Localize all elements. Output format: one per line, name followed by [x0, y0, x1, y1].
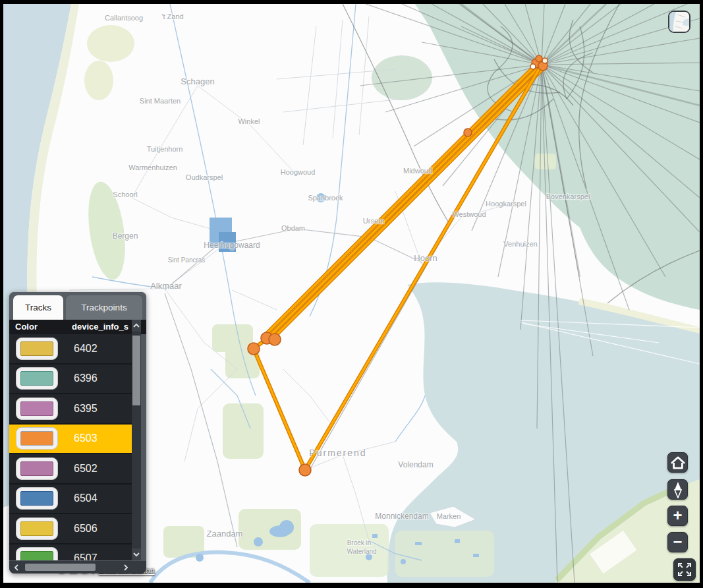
base-layer-thumbnail — [669, 12, 689, 32]
column-header-color: Color — [15, 322, 38, 332]
zoom-out-button[interactable]: − — [667, 532, 688, 552]
compass-needle-icon — [671, 481, 685, 498]
fullscreen-icon — [677, 562, 692, 577]
color-cell — [9, 514, 67, 543]
track-row[interactable]: 6402 — [9, 334, 132, 363]
scroll-left-button[interactable] — [11, 561, 22, 573]
home-button[interactable] — [667, 452, 688, 473]
trackpoint-marker[interactable] — [269, 334, 281, 345]
color-swatch[interactable] — [16, 427, 58, 450]
track-row[interactable]: 6507 — [9, 544, 132, 561]
compass-button[interactable] — [667, 479, 688, 500]
swatch-fill — [20, 461, 53, 476]
swatch-fill — [20, 431, 53, 446]
vertical-scrollbar[interactable] — [132, 320, 141, 560]
app-window: Callantsoog't ZandSchagenSint MaartenWin… — [0, 0, 703, 588]
track-list: 6402 6396 6395 6503 — [9, 334, 132, 560]
trackpoint-marker[interactable] — [464, 129, 472, 136]
column-header-device: device_info_s — [72, 322, 130, 332]
scroll-up-button[interactable] — [132, 320, 141, 332]
chevron-down-icon — [132, 551, 140, 558]
tracks-panel: Tracks Trackpoints Color device_info_s 6… — [9, 292, 146, 573]
trackpoint-marker[interactable] — [248, 343, 260, 355]
home-icon — [671, 456, 685, 469]
swatch-fill — [20, 371, 53, 386]
color-cell — [9, 394, 67, 423]
track-row[interactable]: 6395 — [9, 394, 132, 423]
device-cell: 6504 — [69, 485, 132, 514]
color-cell — [9, 454, 67, 483]
color-swatch[interactable] — [16, 457, 58, 480]
device-id: 6503 — [74, 432, 98, 444]
device-cell: 6402 — [69, 334, 132, 363]
color-swatch[interactable] — [16, 397, 58, 420]
color-swatch[interactable] — [16, 517, 58, 540]
scroll-right-button[interactable] — [120, 561, 131, 573]
track-row[interactable]: 6504 — [9, 485, 132, 514]
tab-trackpoints[interactable]: Trackpoints — [66, 295, 142, 320]
horizontal-scroll-thumb[interactable] — [25, 564, 96, 571]
color-cell — [9, 425, 67, 454]
trackpoint-marker[interactable] — [299, 464, 311, 476]
device-cell: 6503 — [69, 425, 132, 454]
track-row[interactable]: 6506 — [9, 514, 132, 543]
device-id: 6402 — [74, 343, 98, 355]
swatch-fill — [20, 401, 53, 416]
color-cell — [9, 365, 67, 394]
table-header: Color device_info_s — [9, 320, 146, 334]
scroll-down-button[interactable] — [132, 548, 141, 560]
fullscreen-button[interactable] — [673, 558, 696, 581]
panel-tabbar: Tracks Trackpoints — [9, 292, 146, 320]
device-id: 6506 — [74, 523, 98, 535]
swatch-fill — [20, 341, 53, 356]
color-cell — [9, 334, 67, 363]
base-layer-picker-button[interactable] — [668, 11, 690, 33]
color-swatch[interactable] — [16, 487, 58, 510]
trackpoint-marker[interactable] — [536, 55, 542, 62]
tab-tracks[interactable]: Tracks — [13, 295, 63, 320]
track-row[interactable]: 6503 — [9, 425, 132, 454]
device-cell: 6507 — [69, 544, 132, 561]
chevron-up-icon — [132, 322, 140, 329]
swatch-fill — [20, 491, 53, 506]
device-cell: 6502 — [69, 454, 132, 483]
device-id: 6395 — [74, 403, 98, 415]
device-cell: 6396 — [69, 365, 132, 394]
swatch-fill — [20, 521, 53, 536]
track-row[interactable]: 6396 — [9, 365, 132, 394]
vertical-scroll-thumb[interactable] — [132, 336, 140, 405]
color-cell — [9, 485, 67, 514]
trackpoint-marker[interactable] — [530, 64, 536, 69]
track-row[interactable]: 6502 — [9, 454, 132, 483]
device-id: 6502 — [74, 463, 98, 475]
device-id: 6504 — [74, 492, 98, 504]
color-swatch[interactable] — [16, 547, 58, 560]
device-id: 6396 — [74, 372, 98, 384]
color-cell — [9, 544, 67, 561]
color-swatch[interactable] — [16, 338, 58, 360]
device-id: 6507 — [74, 552, 98, 560]
color-swatch[interactable] — [16, 367, 58, 390]
chevron-right-icon — [123, 564, 129, 572]
zoom-in-button[interactable]: + — [667, 506, 688, 526]
trackpoint-marker[interactable] — [542, 58, 548, 63]
device-cell: 6506 — [69, 514, 132, 543]
chevron-left-icon — [13, 564, 20, 572]
swatch-fill — [20, 551, 53, 560]
device-cell: 6395 — [69, 394, 132, 423]
horizontal-scrollbar[interactable] — [9, 561, 146, 573]
